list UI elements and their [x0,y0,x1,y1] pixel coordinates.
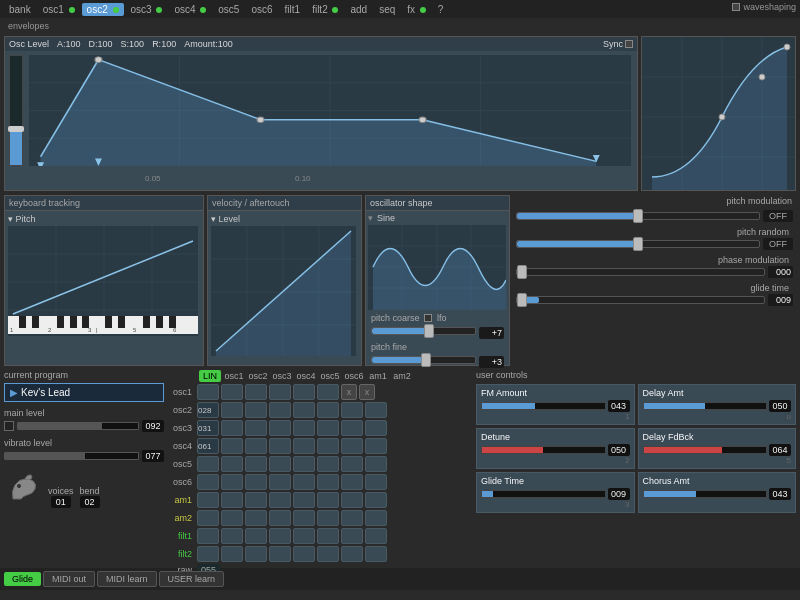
delay-amt-track[interactable] [643,402,768,410]
cell-filt2-osc6[interactable] [317,546,339,562]
cell-osc2-am1[interactable] [341,402,363,418]
pr-track[interactable] [516,240,760,248]
velocity-graph[interactable] [211,226,356,356]
program-name[interactable]: ▶ Kev's Lead [4,383,164,402]
cell-osc1-osc5[interactable] [293,384,315,400]
cell-osc6-osc2[interactable] [221,474,243,490]
lin-button[interactable]: LIN [199,370,221,382]
cell-am2-osc2[interactable] [221,510,243,526]
voices-val[interactable]: 01 [51,496,71,508]
cell-am1-osc4[interactable] [269,492,291,508]
cell-filt1-osc2[interactable] [221,528,243,544]
nav-osc1[interactable]: osc1 [38,3,80,16]
chorus-amt-track[interactable] [643,490,768,498]
cell-filt1-osc6[interactable] [317,528,339,544]
bend-val[interactable]: 02 [80,496,100,508]
cell-filt2-osc5[interactable] [293,546,315,562]
level-thumb[interactable] [8,126,24,132]
cell-osc5-osc2[interactable] [221,456,243,472]
cell-filt2-osc1[interactable] [197,546,219,562]
midi-out-button[interactable]: MIDI out [43,571,95,587]
cell-osc5-osc5[interactable] [293,456,315,472]
cell-am2-osc6[interactable] [317,510,339,526]
cell-osc1-osc1[interactable] [197,384,219,400]
cell-osc1-am2[interactable]: x [359,384,375,400]
cell-osc3-osc2[interactable] [221,420,243,436]
cell-osc5-osc1[interactable] [197,456,219,472]
sine-graph[interactable] [368,225,506,310]
lfo-checkbox[interactable] [424,314,432,322]
glide-track[interactable] [516,296,765,304]
nav-add[interactable]: add [345,3,372,16]
pm-track-1[interactable] [516,212,760,220]
cell-filt1-am2[interactable] [365,528,387,544]
main-level-track[interactable] [17,422,139,430]
user-learn-button[interactable]: USER learn [159,571,225,587]
cell-osc2-osc5[interactable] [293,402,315,418]
cell-osc1-osc4[interactable] [269,384,291,400]
cell-filt1-osc1[interactable] [197,528,219,544]
vibrato-level-track[interactable] [4,452,139,460]
cell-osc2-osc6[interactable] [317,402,339,418]
cell-am2-osc1[interactable] [197,510,219,526]
pr-thumb[interactable] [633,237,643,251]
cell-filt2-osc2[interactable] [221,546,243,562]
fm-track[interactable] [481,402,606,410]
cell-osc2-osc1[interactable]: 028 [197,402,219,418]
cell-am1-osc1[interactable] [197,492,219,508]
cell-osc2-am2[interactable] [365,402,387,418]
pitch-fine-slider[interactable] [371,356,476,364]
cell-am2-am2[interactable] [365,510,387,526]
cell-osc3-osc1[interactable]: 031 [197,420,219,436]
cell-osc4-osc2[interactable] [221,438,243,454]
nav-filt2[interactable]: filt2 [307,3,343,16]
kb-graph[interactable]: 1 2 3 | 5 6 [8,226,198,336]
cell-osc6-am2[interactable] [365,474,387,490]
nav-osc4[interactable]: osc4 [169,3,211,16]
cell-filt1-am1[interactable] [341,528,363,544]
cell-osc4-osc1[interactable]: 061 [197,438,219,454]
cell-am1-osc2[interactable] [221,492,243,508]
cell-am1-osc5[interactable] [293,492,315,508]
cell-am2-osc4[interactable] [269,510,291,526]
cell-osc2-osc3[interactable] [245,402,267,418]
cell-am2-osc5[interactable] [293,510,315,526]
cell-osc4-osc3[interactable] [245,438,267,454]
pitch-fine-thumb[interactable] [421,353,431,367]
cell-osc1-am1[interactable]: x [341,384,357,400]
pm-thumb-1[interactable] [633,209,643,223]
sync-checkbox[interactable] [625,40,633,48]
env-canvas[interactable]: 0.05 0.10 [5,51,637,186]
cell-osc4-osc6[interactable] [317,438,339,454]
phase-track[interactable] [516,268,765,276]
nav-bank[interactable]: bank [4,3,36,16]
delay-fdbck-track[interactable] [643,446,768,454]
cell-filt2-am2[interactable] [365,546,387,562]
cell-osc1-osc2[interactable] [221,384,243,400]
cell-am1-am1[interactable] [341,492,363,508]
cell-osc4-osc4[interactable] [269,438,291,454]
phase-thumb[interactable] [517,265,527,279]
nav-filt1[interactable]: filt1 [280,3,306,16]
cell-osc5-osc6[interactable] [317,456,339,472]
nav-osc3[interactable]: osc3 [126,3,168,16]
nav-help[interactable]: ? [433,3,449,16]
cell-am1-osc6[interactable] [317,492,339,508]
waveshaping-graph[interactable] [642,37,795,190]
waveshaping-checkbox[interactable] [732,3,740,11]
cell-filt2-osc4[interactable] [269,546,291,562]
cell-osc5-am1[interactable] [341,456,363,472]
cell-filt2-am1[interactable] [341,546,363,562]
cell-osc4-am1[interactable] [341,438,363,454]
cell-osc6-osc3[interactable] [245,474,267,490]
detune-track[interactable] [481,446,606,454]
cell-am2-am1[interactable] [341,510,363,526]
cell-osc3-am1[interactable] [341,420,363,436]
nav-osc2[interactable]: osc2 [82,3,124,16]
cell-osc5-osc3[interactable] [245,456,267,472]
adsr-curve[interactable] [29,55,631,166]
nav-osc6[interactable]: osc6 [246,3,277,16]
cell-osc4-am2[interactable] [365,438,387,454]
cell-osc2-osc4[interactable] [269,402,291,418]
glide-button[interactable]: Glide [4,572,41,586]
